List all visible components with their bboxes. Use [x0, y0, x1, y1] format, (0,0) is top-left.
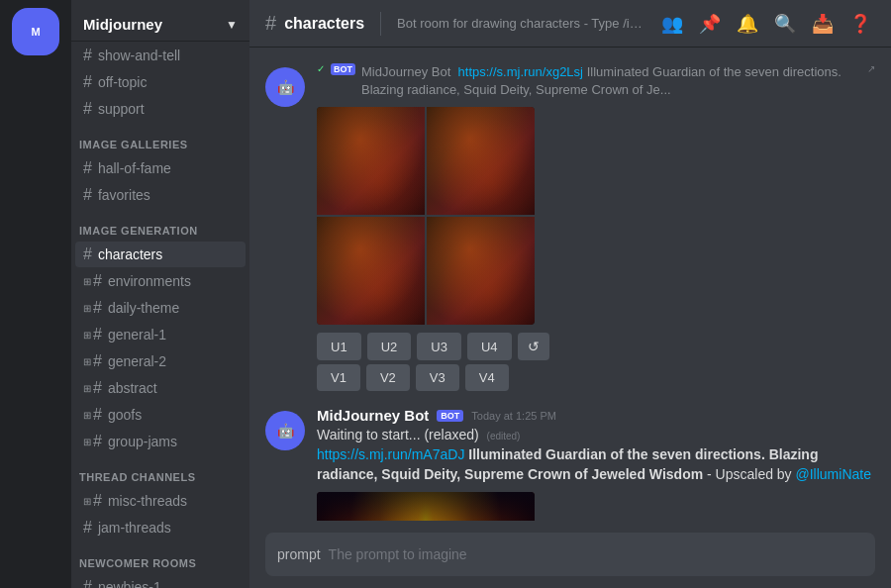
thread-icon: ⊞	[83, 276, 91, 287]
members-icon[interactable]: 👥	[657, 9, 687, 39]
inbox-icon[interactable]: 📥	[808, 9, 838, 39]
channel-name: hall-of-fame	[98, 160, 171, 176]
chat-input-area: prompt The prompt to imagine	[249, 521, 891, 588]
large-image-bg	[317, 492, 535, 521]
upscale-link[interactable]: https://s.mj.run/mA7aDJ	[317, 446, 464, 462]
message-link-line: https://s.mj.run/mA7aDJ Illuminated Guar…	[317, 445, 875, 484]
hash-icon: #	[93, 492, 102, 510]
chat-input[interactable]: prompt The prompt to imagine	[265, 533, 875, 576]
channel-item-misc-threads[interactable]: ⊞#misc-threads	[75, 488, 246, 514]
hash-icon: #	[83, 186, 92, 204]
variation-button-v2[interactable]: V2	[366, 364, 410, 391]
help-icon[interactable]: ❓	[845, 9, 875, 39]
upscale-button-u2[interactable]: U2	[367, 333, 412, 360]
image-placeholder-3	[317, 217, 425, 325]
external-link-icon: ↗	[867, 63, 875, 74]
upscale-button-u1[interactable]: U1	[317, 333, 361, 360]
channel-header-name: characters	[284, 15, 364, 33]
channel-item-abstract[interactable]: ⊞#abstract	[75, 375, 246, 401]
bell-icon[interactable]: 🔔	[733, 9, 762, 39]
refresh-button[interactable]: ↺	[518, 333, 549, 360]
message-author: MidJourney Bot	[317, 407, 429, 424]
server-header[interactable]: Midjourney ▼	[71, 0, 249, 42]
thread-icon: ⊞	[83, 356, 91, 367]
channel-icon-wrapper: #	[83, 578, 94, 588]
search-icon[interactable]: 🔍	[770, 9, 800, 39]
bot-badge-small: BOT	[331, 63, 355, 75]
channel-icon-wrapper: ⊞#	[83, 433, 104, 450]
hash-icon: #	[83, 47, 92, 64]
check-icon: ✓	[317, 63, 325, 74]
hash-icon: #	[93, 326, 102, 343]
channel-icon-wrapper: #	[83, 159, 94, 177]
variation-button-v4[interactable]: V4	[465, 364, 509, 391]
hash-icon: #	[93, 406, 102, 424]
channel-item-off-topic[interactable]: #off-topic	[75, 69, 246, 95]
channel-item-goofs[interactable]: ⊞#goofs	[75, 402, 246, 428]
user-mention[interactable]: @IllumiNate	[796, 466, 871, 482]
section-label: THREAD CHANNELS	[71, 455, 249, 487]
message-content-upscale: MidJourney Bot BOT Today at 1:25 PM Wait…	[317, 407, 875, 521]
waiting-text: Waiting to start... (relaxed)	[317, 427, 479, 442]
command-link[interactable]: https://s.mj.run/xg2Lsj	[458, 64, 583, 79]
section-label: NEWCOMER ROOMS	[71, 541, 249, 573]
server-name: Midjourney	[83, 16, 162, 33]
hash-icon: #	[83, 100, 92, 118]
channel-item-hall-of-fame[interactable]: #hall-of-fame	[75, 155, 246, 181]
channel-item-characters[interactable]: #characters	[75, 242, 246, 267]
upscale-button-u4[interactable]: U4	[467, 333, 512, 360]
channel-item-newbies-1[interactable]: #newbies-1	[75, 574, 246, 588]
grid-image-1	[317, 107, 425, 215]
channel-name: general-1	[108, 327, 166, 343]
channel-icon-wrapper: #	[83, 73, 94, 91]
large-image[interactable]	[317, 492, 535, 521]
upscale-attribution: - Upscaled by @IllumiNate	[707, 466, 871, 482]
channel-list: #show-and-tell#off-topic#supportIMAGE GA…	[71, 42, 249, 588]
channel-name: group-jams	[108, 434, 177, 449]
channel-name: environments	[108, 273, 191, 289]
channel-item-support[interactable]: #support	[75, 96, 246, 122]
hash-icon: #	[93, 379, 102, 397]
bot-command-line: ✓ BOT MidJourney Bot https://s.mj.run/xg…	[317, 63, 875, 99]
channel-description: Bot room for drawing characters - Type /…	[397, 16, 649, 31]
edited-tag: (edited)	[487, 431, 521, 441]
channel-icon-wrapper: ⊞#	[83, 272, 104, 290]
header-icons: 👥 📌 🔔 🔍 📥 ❓	[657, 9, 875, 39]
channel-sidebar: Midjourney ▼ #show-and-tell#off-topic#su…	[71, 0, 249, 588]
variation-button-v3[interactable]: V3	[416, 364, 459, 391]
bot-command-text: MidJourney Bot https://s.mj.run/xg2Lsj I…	[361, 63, 857, 99]
hash-icon: #	[93, 433, 102, 450]
grid-image-4	[427, 217, 535, 325]
channel-item-group-jams[interactable]: ⊞#group-jams	[75, 429, 246, 454]
message-header: MidJourney Bot BOT Today at 1:25 PM	[317, 407, 875, 424]
channel-item-favorites[interactable]: #favorites	[75, 182, 246, 208]
channel-icon-wrapper: #	[83, 245, 94, 263]
chevron-down-icon: ▼	[226, 18, 238, 32]
image-placeholder-4	[427, 217, 535, 325]
section-label: IMAGE GALLERIES	[71, 123, 249, 154]
thread-icon: ⊞	[83, 437, 91, 447]
pin-icon[interactable]: 📌	[695, 9, 725, 39]
channel-item-daily-theme[interactable]: ⊞#daily-theme	[75, 295, 246, 321]
channel-name: newbies-1	[98, 579, 161, 588]
section-label: IMAGE GENERATION	[71, 209, 249, 241]
message-group-upscale: 🤖 MidJourney Bot BOT Today at 1:25 PM Wa…	[265, 407, 875, 521]
bot-badge: BOT	[437, 410, 463, 422]
thread-icon: ⊞	[83, 330, 91, 341]
channel-item-show-and-tell[interactable]: #show-and-tell	[75, 43, 246, 68]
channel-item-environments[interactable]: ⊞#environments	[75, 268, 246, 294]
server-icon-midjourney[interactable]: M	[12, 8, 59, 55]
channel-item-jam-threads[interactable]: #jam-threads	[75, 515, 246, 540]
channel-name: daily-theme	[108, 300, 179, 316]
variation-button-v1[interactable]: V1	[317, 364, 360, 391]
upscale-button-u3[interactable]: U3	[417, 333, 461, 360]
hash-icon: #	[83, 245, 92, 263]
channel-name: show-and-tell	[98, 48, 180, 63]
messages-area: 🤖 ✓ BOT MidJourney Bot https://s.mj.run/…	[249, 48, 891, 521]
channel-item-general-1[interactable]: ⊞#general-1	[75, 322, 246, 347]
channel-item-general-2[interactable]: ⊞#general-2	[75, 348, 246, 374]
header-divider	[380, 12, 381, 36]
thread-icon: ⊞	[83, 303, 91, 314]
thread-icon: ⊞	[83, 410, 91, 421]
channel-icon-wrapper: #	[83, 47, 94, 64]
